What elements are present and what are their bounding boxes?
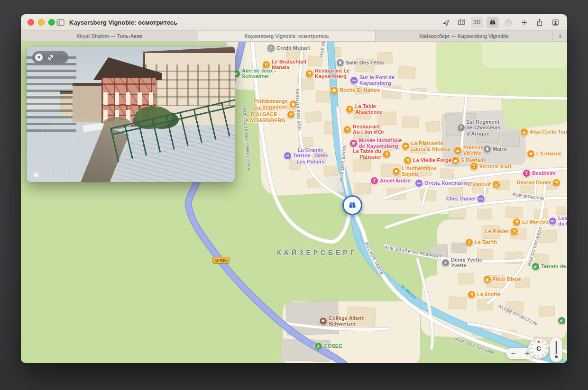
- look-around-drag-control[interactable]: [550, 337, 562, 362]
- poi-label: Bestheim: [532, 170, 556, 176]
- poi-label: Roche Et Nature: [340, 87, 380, 93]
- add-place-button[interactable]: [518, 17, 530, 28]
- sidebar-toggle-button[interactable]: [55, 17, 65, 27]
- poi-label: L'AuthentiqueSophie: [402, 165, 437, 177]
- svg-text:C: C: [536, 345, 541, 352]
- poi-label: Verrerie d'art: [479, 163, 511, 169]
- map-poi-restaurant-le-kaysersberg[interactable]: Restaurant LeKaysersberg: [305, 68, 349, 80]
- wine-icon: [370, 177, 378, 185]
- map-poi-le-bar-th[interactable]: Le Bar'th: [465, 238, 497, 246]
- poi-label: Alsa Cyclo Tours: [530, 129, 567, 135]
- map-poi-le-moreote[interactable]: Le Moréote: [513, 218, 550, 226]
- map-poi-l-authentique-sophie[interactable]: L'AuthentiqueSophie: [392, 165, 437, 177]
- new-tab-button[interactable]: +: [553, 31, 567, 41]
- bakery-icon: [392, 167, 400, 175]
- museum-icon: [349, 139, 358, 147]
- poi-label: Denni YvetteYvette: [451, 257, 482, 269]
- map-poi-cosec[interactable]: COSEC: [314, 342, 342, 350]
- hanger-icon: [454, 146, 462, 154]
- minimize-window-button[interactable]: [38, 19, 45, 26]
- bed-icon: [284, 152, 292, 160]
- expand-look-around-button[interactable]: [46, 53, 55, 62]
- poi-label: COSEC: [324, 343, 342, 349]
- map-poi-mairie[interactable]: Mairie: [483, 145, 508, 153]
- bed-icon: [477, 195, 485, 203]
- close-window-button[interactable]: [28, 19, 34, 26]
- poi-label: Mairie: [493, 146, 508, 152]
- map-poi-devran-doner[interactable]: Devran Doner: [517, 179, 560, 187]
- map-poi-1st-regiment-de-chasseurs[interactable]: 1st Regimentde Chasseursd'Afrique: [457, 119, 501, 136]
- map-poi-le-rieder[interactable]: Le Rieder: [485, 227, 518, 236]
- 3d-mode-button[interactable]: 3D: [471, 17, 483, 28]
- map-poi-college-albert-schweitzer[interactable]: Collège AlbertSchweitzer: [319, 315, 364, 327]
- map-poi-l-enfarine[interactable]: L'Enfariné: [527, 150, 561, 158]
- map-poi-otel-konstanten[interactable]: Отель Константен: [415, 179, 471, 187]
- share-button[interactable]: [533, 17, 546, 28]
- map-poi-verrerie-d-art[interactable]: Verrerie d'art: [470, 162, 511, 170]
- box-icon: [330, 86, 338, 94]
- map-poi-salle-des-fetes[interactable]: Salle Des Fêtes: [336, 59, 384, 67]
- account-button[interactable]: [549, 17, 561, 28]
- tab-kaysersberg-vignoble[interactable]: Kaysersberg Vignoble: осмотритесь: [198, 31, 376, 41]
- map-poi-sur-le-pont-de-kaysersberg[interactable]: Sur le Pont deKaysersberg: [350, 74, 395, 86]
- restaurant-icon: [343, 126, 351, 134]
- restaurant-icon: [510, 227, 518, 236]
- bed-icon: [549, 217, 557, 225]
- map-poi-denni-yvette[interactable]: Denni YvetteYvette: [441, 257, 482, 269]
- map-poi-la-grande-terrine[interactable]: La GrandeTerrine - GitesLes Potiers: [284, 147, 328, 164]
- tab-kayzersberg[interactable]: Кайзерсберг — Kaysersberg Vignoble: [376, 31, 553, 41]
- map-poi-fleur-bleue[interactable]: Fleur Bleue: [483, 275, 521, 283]
- restaurant-icon: [262, 61, 270, 69]
- map-poi-roche-et-nature[interactable]: Roche Et Nature: [330, 86, 380, 94]
- map-poi-terrain-de-jeux[interactable]: Terrain de jeux: [532, 263, 567, 271]
- look-around-button[interactable]: [487, 17, 499, 28]
- map-poi-c-jokicoif[interactable]: C'jokicoif: [468, 181, 500, 189]
- close-look-around-button[interactable]: ✕: [35, 54, 43, 61]
- tab-kiryat-shalom[interactable]: Kiryat Shalom — Тель-Авив: [21, 31, 198, 41]
- map-mode-button[interactable]: [455, 17, 468, 28]
- map-poi-la-patisserie-laura-nicolas[interactable]: La PâtisserieLaura & Nicolas: [402, 140, 450, 152]
- restaurant-icon: [468, 290, 476, 299]
- city-label: КАЙЗЕРСБЕРГ: [277, 249, 357, 256]
- restaurant-icon: [346, 105, 354, 113]
- poi-label: Restaurant LeKaysersberg: [315, 68, 349, 80]
- bike-icon: [520, 128, 528, 136]
- map-poi-la-vieille-forge[interactable]: La Vieille Forge: [404, 156, 451, 164]
- maps-app-window: Kaysersberg Vignoble: осмотритесь 3D: [21, 14, 567, 363]
- fullscreen-window-button[interactable]: [48, 19, 55, 26]
- map-poi-credit-mutuel[interactable]: Crédit Mutuel: [267, 44, 310, 52]
- map-poi-chez-daniel[interactable]: Chez Daniel: [446, 195, 485, 203]
- map-poi-la-linotte[interactable]: La linotte: [468, 290, 500, 299]
- map-poi-pressing-vit-chic[interactable]: PressingVit'chic: [454, 145, 485, 156]
- poi-label: Salle Des Fêtes: [346, 60, 384, 65]
- poi-label: Crédit Mutuel: [276, 45, 310, 51]
- map-poi-musee-historique[interactable]: Musée historiquede Kaysersberg: [349, 137, 402, 149]
- window-titlebar: Kaysersberg Vignoble: осмотритесь 3D: [21, 14, 567, 31]
- zoom-out-button[interactable]: −: [506, 350, 520, 357]
- expand-arrows-icon: [47, 54, 54, 61]
- restaurant-icon: [305, 70, 313, 78]
- binoculars-icon: [32, 171, 40, 178]
- map-poi-petitdemange-veronique[interactable]: PetitdemangeVéronique: [254, 98, 297, 110]
- map-poi-le-bratschtall-manala[interactable]: Le BratschtallManala: [262, 59, 306, 71]
- map-poi-park-poi[interactable]: [558, 317, 566, 325]
- poi-label: Sur le Pont deKaysersberg: [359, 74, 395, 86]
- current-location-button[interactable]: [440, 17, 452, 28]
- map-poi-ancel-andre[interactable]: Ancel André: [370, 177, 410, 185]
- map-poi-les-gites-du-couvent[interactable]: Les Gdu C: [549, 215, 567, 227]
- poi-label: La PâtisserieLaura & Nicolas: [411, 140, 450, 152]
- restaurant-icon: [404, 156, 412, 164]
- compass-control[interactable]: C: [528, 338, 549, 359]
- map-poi-alsa-cyclo-tours[interactable]: Alsa Cyclo Tours: [520, 128, 567, 136]
- look-around-preview[interactable]: ✕: [27, 46, 235, 182]
- directions-button[interactable]: [502, 17, 514, 28]
- look-around-map-pin[interactable]: [342, 195, 362, 215]
- map-poi-restaurant-au-lion-d-or[interactable]: RestaurantAu Lion d'Or: [343, 124, 384, 136]
- map-canvas[interactable]: КАЙЗЕРСБЕРГ D 415 − + C: [21, 42, 567, 363]
- map-poi-la-table-alsacienne[interactable]: La TableAlsacienne: [346, 103, 383, 115]
- building-icon: [483, 145, 491, 153]
- map-poi-la-table-du-patissier[interactable]: La Table duPâtissier: [353, 148, 391, 160]
- monument-icon: [457, 124, 465, 132]
- map-poi-bestheim[interactable]: Bestheim: [523, 169, 556, 177]
- poi-label: Отель Константен: [424, 180, 471, 186]
